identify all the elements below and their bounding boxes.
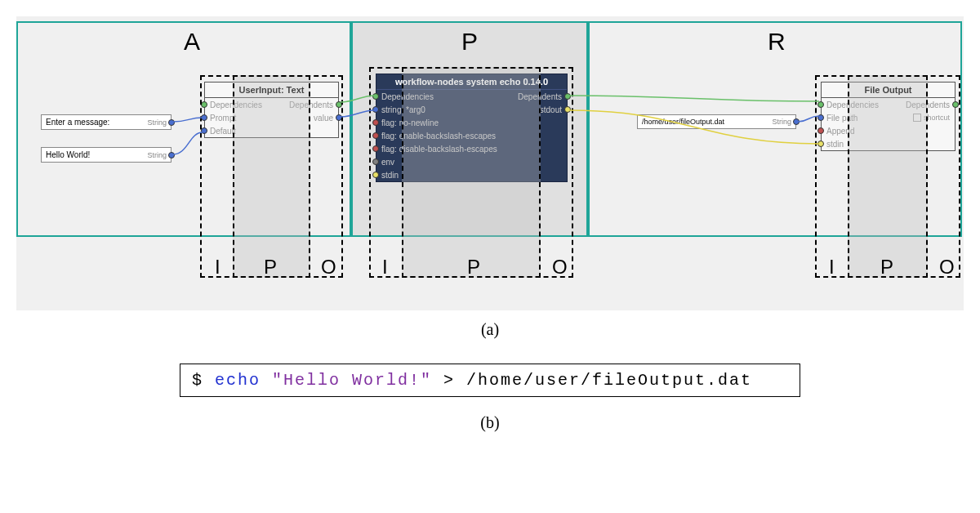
filepath-input[interactable]: /home/user/fileOutput.dat String — [637, 114, 796, 129]
cmd-rest: > /home/user/fileOutput.dat — [443, 371, 752, 390]
ipo-a-p — [233, 75, 310, 278]
value-input-text: Hello World! — [46, 150, 90, 159]
ipo-r-p — [848, 75, 928, 278]
ipo-p-o: O — [552, 256, 568, 279]
ipo-p-i: I — [382, 256, 388, 279]
ipo-r-o: O — [939, 256, 955, 279]
cmd-prompt: $ — [192, 371, 215, 390]
section-r-label: R — [768, 28, 786, 56]
ipo-a-i: I — [215, 256, 220, 279]
ipo-a-p-label: P — [264, 256, 277, 279]
ipo-a-o: O — [321, 256, 336, 279]
cmd-echo: echo — [215, 371, 261, 390]
cmd-string: "Hello World!" — [261, 371, 443, 390]
port-icon — [168, 152, 175, 158]
ipo-p-p-label: P — [467, 256, 480, 279]
prompt-type: String — [147, 118, 167, 127]
port-icon — [168, 119, 175, 126]
ipo-r-p-label: P — [880, 256, 893, 279]
value-type: String — [147, 151, 167, 159]
port-icon — [793, 118, 800, 125]
workflow-diagram: A P R Enter a message: String Hello Worl… — [16, 16, 964, 310]
section-a-label: A — [184, 28, 200, 56]
ipo-r-i: I — [829, 256, 835, 279]
filepath-type: String — [772, 118, 791, 126]
ipo-p-p — [402, 67, 541, 278]
section-p-label: P — [461, 28, 478, 56]
prompt-input[interactable]: Enter a message: String — [41, 114, 172, 130]
caption-b: (b) — [16, 413, 964, 432]
filepath-text: /home/user/fileOutput.dat — [642, 118, 724, 126]
caption-a: (a) — [16, 320, 964, 339]
prompt-input-text: Enter a message: — [46, 118, 109, 127]
command-line: $ echo "Hello World!" > /home/user/fileO… — [180, 364, 800, 397]
value-input[interactable]: Hello World! String — [41, 147, 172, 163]
